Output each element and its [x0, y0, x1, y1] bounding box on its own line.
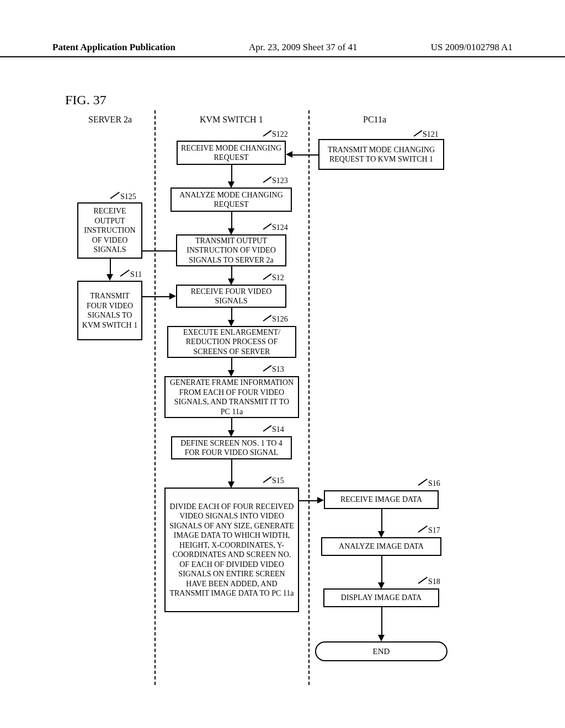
step-box-s13: GENERATE FRAME INFORMATION FROM EACH OF …	[164, 376, 299, 418]
step-label-s14: S14	[272, 425, 284, 434]
step-text: RECEIVE FOUR VIDEO SIGNALS	[180, 287, 282, 306]
terminator-end: END	[315, 641, 447, 661]
leader-line	[263, 130, 271, 137]
arrowhead-icon	[169, 293, 176, 299]
step-label-s12: S12	[272, 274, 284, 282]
leader-line	[263, 223, 271, 230]
flow-arrow	[231, 459, 232, 483]
step-text: ANALYZE MODE CHANGING REQUEST	[175, 190, 287, 210]
leader-line	[120, 270, 130, 277]
step-label-s121: S121	[423, 130, 439, 139]
swimlane-divider	[154, 110, 156, 685]
column-header-server: SERVER 2a	[88, 115, 132, 125]
flow-arrow	[292, 154, 318, 156]
flow-arrow	[142, 296, 170, 297]
step-box-s15: DIVIDE EACH OF FOUR RECEIVED VIDEO SIGNA…	[164, 488, 299, 612]
arrowhead-icon	[286, 151, 292, 158]
step-label-s15: S15	[272, 477, 284, 485]
leader-line	[418, 479, 428, 486]
leader-line	[263, 315, 271, 322]
terminator-text: END	[373, 647, 390, 656]
figure-label: FIG. 37	[65, 93, 106, 108]
step-text: DEFINE SCREEN NOS. 1 TO 4 FOR FOUR VIDEO…	[175, 438, 287, 458]
publication-type: Patent Application Publication	[52, 42, 175, 53]
step-label-s11: S11	[130, 270, 142, 279]
sheet-info: Apr. 23, 2009 Sheet 37 of 41	[249, 42, 357, 53]
step-box-s18: DISPLAY IMAGE DATA	[323, 588, 439, 607]
flow-arrow	[231, 418, 232, 431]
step-box-s121: TRANSMIT MODE CHANGING REQUEST TO KVM SW…	[318, 139, 444, 170]
flow-arrow	[231, 165, 232, 183]
step-text: RECEIVE IMAGE DATA	[340, 495, 422, 505]
step-label-s122: S122	[272, 130, 288, 139]
leader-line	[418, 526, 428, 533]
flow-arrow	[381, 509, 382, 532]
flow-arrow	[381, 556, 382, 584]
flow-arrow	[231, 212, 232, 229]
leader-line	[263, 274, 271, 280]
step-label-s16: S16	[428, 479, 440, 488]
column-header-pc: PC11a	[363, 115, 386, 125]
flow-arrow	[381, 607, 382, 636]
flow-arrow	[231, 308, 232, 321]
flow-arrow	[299, 500, 318, 501]
step-box-s16: RECEIVE IMAGE DATA	[324, 490, 439, 509]
flow-arrow	[110, 259, 111, 275]
arrowhead-icon	[378, 635, 385, 641]
step-label-s126: S126	[272, 315, 288, 324]
column-header-kvm: KVM SWITCH 1	[200, 115, 263, 125]
page-header: Patent Application Publication Apr. 23, …	[0, 42, 565, 57]
step-box-s11: TRANSMIT FOUR VIDEO SIGNALS TO KVM SWITC…	[77, 281, 142, 340]
step-box-s123: ANALYZE MODE CHANGING REQUEST	[170, 188, 292, 212]
step-box-s126: EXECUTE ENLARGEMENT/ REDUCTION PROCESS O…	[167, 326, 296, 358]
step-box-s125: RECEIVE OUTPUT INSTRUCTION OF VIDEO SIGN…	[77, 202, 142, 259]
publication-number: US 2009/0102798 A1	[431, 42, 513, 53]
leader-line	[263, 425, 271, 432]
step-text: DISPLAY IMAGE DATA	[341, 593, 422, 603]
step-label-s17: S17	[428, 526, 440, 535]
step-text: TRANSMIT MODE CHANGING REQUEST TO KVM SW…	[323, 145, 440, 164]
flow-arrow	[142, 250, 176, 251]
step-box-s12: RECEIVE FOUR VIDEO SIGNALS	[176, 285, 286, 308]
step-box-s124: TRANSMIT OUTPUT INSTRUCTION OF VIDEO SIG…	[176, 234, 286, 266]
step-label-s13: S13	[272, 365, 284, 374]
step-text: RECEIVE MODE CHANGING REQUEST	[181, 143, 281, 163]
step-text: TRANSMIT OUTPUT INSTRUCTION OF VIDEO SIG…	[180, 236, 282, 265]
leader-line	[263, 176, 271, 183]
step-text: ANALYZE IMAGE DATA	[339, 542, 424, 552]
step-label-s18: S18	[428, 577, 440, 586]
flow-arrow	[231, 358, 232, 371]
leader-line	[263, 477, 271, 483]
arrowhead-icon	[106, 274, 113, 281]
leader-line	[413, 130, 422, 137]
arrowhead-icon	[317, 497, 324, 504]
step-label-s123: S123	[272, 176, 288, 185]
step-text: TRANSMIT FOUR VIDEO SIGNALS TO KVM SWITC…	[82, 291, 138, 330]
swimlane-divider	[308, 110, 310, 685]
leader-line	[110, 192, 120, 199]
flow-arrow	[231, 266, 232, 280]
leader-line	[263, 365, 271, 372]
step-label-s125: S125	[120, 192, 136, 201]
step-box-s14: DEFINE SCREEN NOS. 1 TO 4 FOR FOUR VIDEO…	[171, 436, 292, 459]
step-text: RECEIVE OUTPUT INSTRUCTION OF VIDEO SIGN…	[82, 206, 138, 255]
step-box-s122: RECEIVE MODE CHANGING REQUEST	[177, 141, 286, 165]
step-text: GENERATE FRAME INFORMATION FROM EACH OF …	[169, 378, 295, 416]
step-label-s124: S124	[272, 223, 288, 232]
leader-line	[418, 577, 428, 584]
step-text: EXECUTE ENLARGEMENT/ REDUCTION PROCESS O…	[172, 328, 292, 357]
step-box-s17: ANALYZE IMAGE DATA	[321, 537, 441, 556]
step-text: DIVIDE EACH OF FOUR RECEIVED VIDEO SIGNA…	[169, 502, 295, 598]
